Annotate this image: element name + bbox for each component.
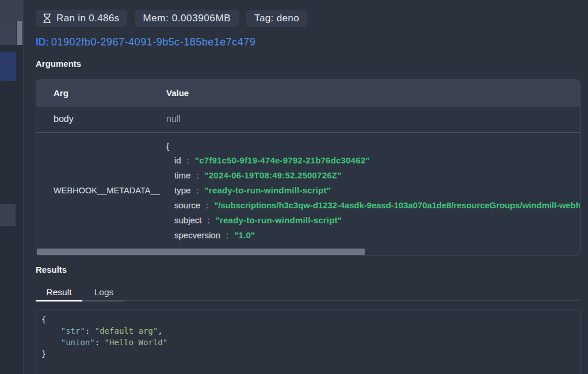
json-key: specversion [174,230,220,240]
left-panel-item[interactable] [0,204,16,226]
tab-result[interactable]: Result [36,287,82,302]
run-duration-badge: Ran in 0.486s [36,10,127,27]
json-entry-specversion: specversion:"1.0" [166,228,580,243]
json-value: "/subscriptions/h3c3qw-d1232-4asdk-9easd… [214,200,580,210]
memory-badge: Mem: 0.003906MB [135,10,239,27]
code-token: "Hello World" [105,338,168,347]
hourglass-icon [43,13,51,24]
json-colon: : [226,230,228,240]
json-entry-id: id:"c7f91c50-9f19-474e-9792-21b76dc30462… [166,153,580,168]
results-tabs: ResultLogs [36,287,581,302]
left-panel-scrollbar-thumb[interactable] [17,21,22,45]
json-colon: : [206,200,208,210]
json-entries: id:"c7f91c50-9f19-474e-9792-21b76dc30462… [166,153,580,243]
code-token [41,338,61,347]
json-value: "1.0" [234,230,255,240]
json-open-brace: { [166,139,580,154]
json-colon: : [208,215,210,225]
arguments-table-header: Arg Value [36,80,580,106]
left-panel-item[interactable] [0,21,16,45]
left-panel-header-block [0,0,23,21]
json-entry-type: type:"ready-to-run-windmill-script" [166,183,580,198]
json-key: id [174,155,181,165]
results-section-title: Results [36,265,581,274]
result-json-code: { "str": "default arg", "union": "Hello … [41,314,580,360]
arg-column-header: Arg [36,88,166,98]
job-id-line: ID:01902fb0-2967-4091-9b5c-185be1e7c479 [36,36,581,48]
code-token: { [41,315,46,324]
run-duration-label: Ran in 0.486s [56,13,119,24]
json-entry-source: source:"/subscriptions/h3c3qw-d1232-4asd… [166,198,580,213]
json-colon: : [196,170,198,180]
tag-badge: Tag: deno [246,10,307,27]
job-run-detail: Ran in 0.486s Mem: 0.003906MB Tag: deno … [24,0,588,374]
result-code-block: { "str": "default arg", "union": "Hello … [36,309,581,374]
code-token: , [158,326,162,335]
tag-label: Tag: deno [254,13,299,24]
arg-value-null: null [166,114,580,124]
run-stats-badges: Ran in 0.486s Mem: 0.003906MB Tag: deno [36,10,581,27]
json-value: "ready-to-run-windmill-script" [205,185,331,195]
code-token: "union" [61,338,95,347]
json-key: type [174,185,190,195]
job-id-label: ID: [36,36,49,48]
json-colon: : [196,185,198,195]
code-token: } [41,349,46,358]
code-token: : [85,326,95,335]
arg-name-body: body [36,114,166,124]
json-value: "c7f91c50-9f19-474e-9792-21b76dc30462" [195,155,370,165]
arguments-table: Arg Value body null WEBHOOK__METADATA__ … [36,79,581,255]
value-column-header: Value [166,88,580,98]
arguments-section-title: Arguments [36,59,581,68]
arg-name-webhook-metadata: WEBHOOK__METADATA__ [36,133,166,248]
json-entry-time: time:"2024-06-19T08:49:52.2500726Z" [166,168,580,183]
json-key: subject [174,215,202,225]
webhook-metadata-json-viewer: { id:"c7f91c50-9f19-474e-9792-21b76dc304… [166,133,580,248]
json-key: time [174,170,190,180]
json-colon: : [187,155,189,165]
left-panel-selected-item[interactable] [0,52,16,82]
code-token: "default arg" [95,326,158,335]
code-token [41,326,61,335]
memory-label: Mem: 0.003906MB [143,13,231,24]
code-token: : [95,338,105,347]
tab-logs[interactable]: Logs [82,287,125,302]
job-id-value[interactable]: 01902fb0-2967-4091-9b5c-185be1e7c479 [51,36,255,48]
cropped-left-panel [0,0,24,374]
horizontal-scrollbar-thumb[interactable] [37,249,365,255]
json-value: "2024-06-19T08:49:52.2500726Z" [205,170,342,180]
table-row-webhook-metadata: WEBHOOK__METADATA__ { id:"c7f91c50-9f19-… [36,133,580,248]
table-row-body: body null [36,106,580,133]
json-entry-subject: subject:"ready-to-run-windmill-script" [166,213,580,228]
json-key: source [174,200,200,210]
code-token: "str" [61,326,85,335]
json-value: "ready-to-run-windmill-script" [216,215,342,225]
